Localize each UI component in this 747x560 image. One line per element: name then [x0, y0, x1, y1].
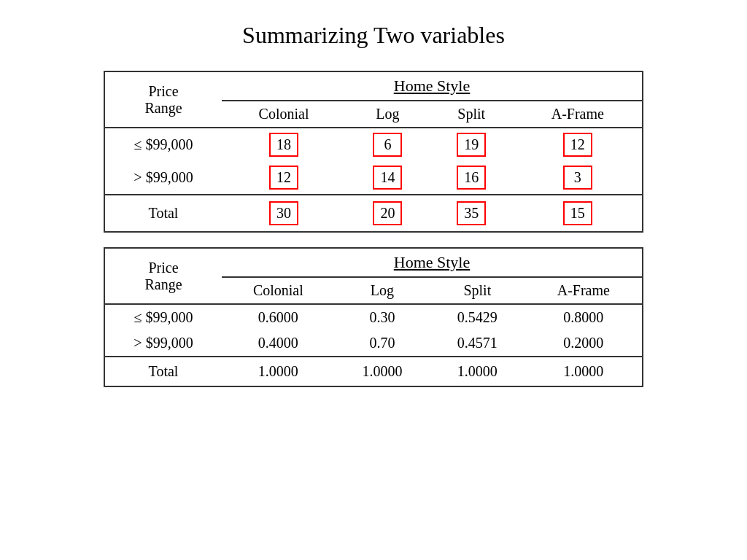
cell-1-4: 12 [563, 133, 592, 157]
table-row: ≤ $99,000 0.6000 0.30 0.5429 0.8000 [105, 304, 642, 330]
cell-1-2: 6 [373, 133, 402, 157]
cell-2-1: 12 [269, 166, 298, 190]
col-header-log-1: Log [346, 101, 430, 128]
count-table: PriceRange Home Style Colonial Log Split… [104, 71, 643, 233]
col-header-aframe-1: A-Frame [514, 101, 642, 128]
cell2-1-4: 0.8000 [525, 304, 642, 330]
cell2-2-2: 0.70 [335, 330, 430, 357]
total-label-1: Total [105, 195, 222, 231]
total-1-3: 35 [457, 201, 486, 225]
col-header-aframe-2: A-Frame [525, 277, 642, 304]
home-style-header-2: Home Style [394, 253, 471, 271]
row2-label-under: ≤ $99,000 [105, 304, 222, 330]
price-range-header-2: PriceRange [144, 260, 182, 292]
cell2-2-4: 0.2000 [525, 330, 642, 357]
cell-1-3: 19 [457, 133, 486, 157]
cell2-2-1: 0.4000 [222, 330, 335, 357]
cell2-1-1: 0.6000 [222, 304, 335, 330]
total-1-2: 20 [373, 201, 402, 225]
table-row: > $99,000 12 14 16 3 [105, 161, 642, 195]
col-header-colonial-2: Colonial [222, 277, 335, 304]
col-header-colonial-1: Colonial [222, 101, 346, 128]
cell2-1-3: 0.5429 [430, 304, 525, 330]
row-label-under: ≤ $99,000 [105, 128, 222, 161]
total-row-2: Total 1.0000 1.0000 1.0000 1.0000 [105, 357, 642, 386]
total-1-4: 15 [563, 201, 592, 225]
row2-label-over: > $99,000 [105, 330, 222, 357]
col-header-split-2: Split [430, 277, 525, 304]
total-1-1: 30 [269, 201, 298, 225]
total-2-2: 1.0000 [335, 357, 430, 386]
cell-1-1: 18 [269, 133, 298, 157]
cell-2-3: 16 [457, 166, 486, 190]
total-2-4: 1.0000 [525, 357, 642, 386]
table-row: > $99,000 0.4000 0.70 0.4571 0.2000 [105, 330, 642, 357]
col-header-log-2: Log [335, 277, 430, 304]
total-2-1: 1.0000 [222, 357, 335, 386]
total-row: Total 30 20 35 15 [105, 195, 642, 231]
total-label-2: Total [105, 357, 222, 386]
cell-2-2: 14 [373, 166, 402, 190]
row-label-over: > $99,000 [105, 161, 222, 195]
price-range-header-1: PriceRange [144, 83, 182, 116]
cell2-1-2: 0.30 [335, 304, 430, 330]
page-title: Summarizing Two variables [242, 22, 505, 49]
cell2-2-3: 0.4571 [430, 330, 525, 357]
table-row: ≤ $99,000 18 6 19 12 [105, 128, 642, 161]
home-style-header-1: Home Style [394, 77, 471, 95]
col-header-split-1: Split [430, 101, 514, 128]
total-2-3: 1.0000 [430, 357, 525, 386]
proportion-table: PriceRange Home Style Colonial Log Split… [104, 247, 643, 387]
cell-2-4: 3 [563, 166, 592, 190]
